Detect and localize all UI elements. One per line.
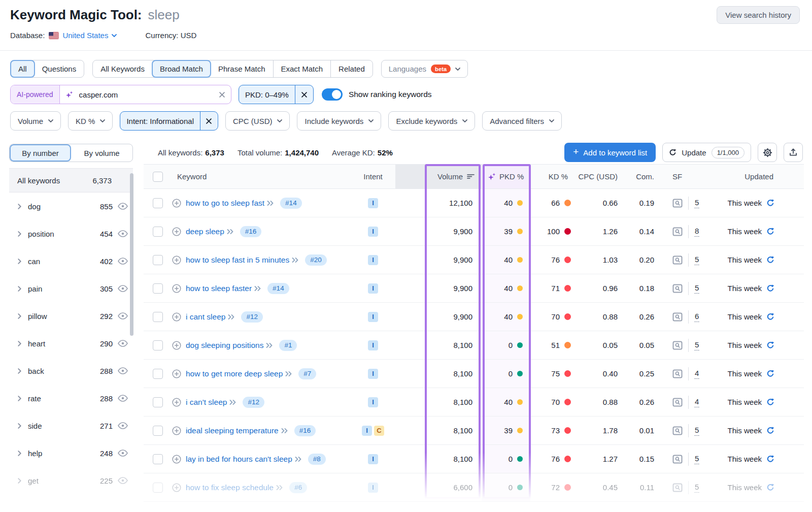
expand-keyword-icon[interactable] xyxy=(295,457,302,462)
filter-chip-include-keywords[interactable]: Include keywords xyxy=(297,111,381,131)
chevron-right-icon[interactable] xyxy=(18,396,21,401)
add-keyword-icon[interactable] xyxy=(172,255,181,265)
eye-icon[interactable] xyxy=(118,258,128,265)
expand-keyword-icon[interactable] xyxy=(281,428,288,433)
ranking-position-badge[interactable]: #16 xyxy=(294,425,316,436)
tab-exact-match[interactable]: Exact Match xyxy=(273,60,331,77)
sidebar-item-heart[interactable]: heart 290 xyxy=(9,330,133,357)
chevron-right-icon[interactable] xyxy=(18,313,21,319)
database-selector[interactable]: United States xyxy=(62,31,117,40)
column-header-volume[interactable]: Volume xyxy=(425,165,482,188)
serp-preview-icon[interactable] xyxy=(672,284,683,293)
chevron-right-icon[interactable] xyxy=(18,259,21,264)
serp-features-count[interactable]: 5 xyxy=(694,198,699,208)
ranking-position-badge[interactable]: #16 xyxy=(240,226,262,237)
ranking-position-badge[interactable]: #6 xyxy=(289,482,307,493)
sidebar-item-can[interactable]: can 402 xyxy=(9,247,133,275)
filter-chip-advanced-filters[interactable]: Advanced filters xyxy=(482,111,562,131)
add-keyword-icon[interactable] xyxy=(172,483,181,492)
expand-keyword-icon[interactable] xyxy=(285,371,292,376)
column-header-keyword[interactable]: Keyword xyxy=(172,165,351,188)
row-checkbox[interactable] xyxy=(153,369,163,379)
sidebar-item-help[interactable]: help 248 xyxy=(9,439,133,467)
add-keyword-icon[interactable] xyxy=(172,369,181,378)
refresh-icon[interactable] xyxy=(766,256,774,264)
remove-pkd-filter-button[interactable] xyxy=(295,85,313,104)
select-all-checkbox[interactable] xyxy=(153,172,163,182)
serp-features-count[interactable]: 4 xyxy=(694,369,699,379)
row-checkbox[interactable] xyxy=(153,227,163,237)
column-header-updated[interactable]: Updated xyxy=(706,165,804,188)
add-keyword-icon[interactable] xyxy=(172,199,181,208)
eye-icon[interactable] xyxy=(118,422,128,429)
expand-keyword-icon[interactable] xyxy=(266,343,273,348)
eye-icon[interactable] xyxy=(118,203,128,210)
add-to-keyword-list-button[interactable]: + Add to keyword list xyxy=(564,143,656,162)
keyword-link[interactable]: dog sleeping positions xyxy=(186,341,263,350)
show-ranking-keywords-toggle[interactable] xyxy=(322,88,343,101)
serp-features-count[interactable]: 5 xyxy=(694,283,699,294)
sidebar-item-pain[interactable]: pain 305 xyxy=(9,275,133,302)
refresh-icon[interactable] xyxy=(766,313,774,321)
sidebar-scrollbar[interactable] xyxy=(130,173,133,336)
expand-keyword-icon[interactable] xyxy=(229,400,236,405)
export-button[interactable] xyxy=(784,143,803,162)
eye-icon[interactable] xyxy=(118,395,128,402)
domain-input[interactable] xyxy=(75,85,219,104)
chevron-right-icon[interactable] xyxy=(18,231,21,237)
column-header-com[interactable]: Com. xyxy=(624,165,657,188)
tab-all[interactable]: All xyxy=(10,60,35,78)
all-keywords-row[interactable]: All keywords 6,373 xyxy=(9,168,133,193)
expand-keyword-icon[interactable] xyxy=(276,485,283,490)
chevron-right-icon[interactable] xyxy=(18,451,21,456)
view-search-history-button[interactable]: View search history xyxy=(717,6,800,24)
keyword-link[interactable]: deep sleep xyxy=(186,227,224,236)
add-keyword-icon[interactable] xyxy=(172,284,181,293)
column-header-sf[interactable]: SF xyxy=(657,165,706,188)
expand-keyword-icon[interactable] xyxy=(254,286,261,291)
add-keyword-icon[interactable] xyxy=(172,426,181,435)
remove-filter-button[interactable] xyxy=(200,112,218,130)
refresh-icon[interactable] xyxy=(766,341,774,349)
eye-icon[interactable] xyxy=(118,285,128,292)
row-checkbox[interactable] xyxy=(153,340,163,350)
column-header-pkd[interactable]: PKD % xyxy=(482,165,530,188)
expand-keyword-icon[interactable] xyxy=(228,314,235,319)
serp-preview-icon[interactable] xyxy=(672,455,683,464)
serp-features-count[interactable]: 5 xyxy=(694,340,699,350)
keyword-link[interactable]: ideal sleeping temperature xyxy=(186,426,279,435)
ranking-position-badge[interactable]: #14 xyxy=(280,198,302,209)
row-checkbox[interactable] xyxy=(153,283,163,294)
tab-questions[interactable]: Questions xyxy=(35,60,84,77)
ranking-position-badge[interactable]: #8 xyxy=(308,454,326,465)
refresh-icon[interactable] xyxy=(766,455,774,463)
keyword-link[interactable]: how to go to sleep fast xyxy=(186,199,264,208)
keyword-link[interactable]: how to sleep fast in 5 minutes xyxy=(186,255,289,265)
eye-icon[interactable] xyxy=(118,477,128,484)
update-button[interactable]: Update 1/1,000 xyxy=(662,143,751,162)
tab-all-keywords[interactable]: All Keywords xyxy=(93,60,152,77)
column-header-intent[interactable]: Intent xyxy=(351,165,395,188)
keyword-link[interactable]: i can't sleep xyxy=(186,398,227,407)
sidebar-item-pillow[interactable]: pillow 292 xyxy=(9,302,133,330)
serp-preview-icon[interactable] xyxy=(672,227,683,236)
ranking-position-badge[interactable]: #7 xyxy=(298,368,316,379)
chevron-right-icon[interactable] xyxy=(18,341,21,346)
tab-broad-match[interactable]: Broad Match xyxy=(152,60,211,78)
chevron-right-icon[interactable] xyxy=(18,204,21,209)
serp-features-count[interactable]: 4 xyxy=(694,397,699,407)
ranking-position-badge[interactable]: #20 xyxy=(305,254,327,266)
refresh-icon[interactable] xyxy=(766,284,774,293)
column-header-kd[interactable]: KD % xyxy=(530,165,575,188)
expand-keyword-icon[interactable] xyxy=(227,229,234,234)
ranking-position-badge[interactable]: #1 xyxy=(279,340,297,351)
sidebar-item-position[interactable]: position 454 xyxy=(9,220,133,247)
filter-chip-volume[interactable]: Volume xyxy=(10,111,61,131)
keyword-link[interactable]: lay in bed for hours can't sleep xyxy=(186,455,292,464)
chevron-right-icon[interactable] xyxy=(18,368,21,374)
eye-icon[interactable] xyxy=(118,230,128,237)
serp-preview-icon[interactable] xyxy=(672,398,683,407)
sidebar-item-side[interactable]: side 271 xyxy=(9,412,133,439)
row-checkbox[interactable] xyxy=(153,454,163,464)
add-keyword-icon[interactable] xyxy=(172,227,181,236)
